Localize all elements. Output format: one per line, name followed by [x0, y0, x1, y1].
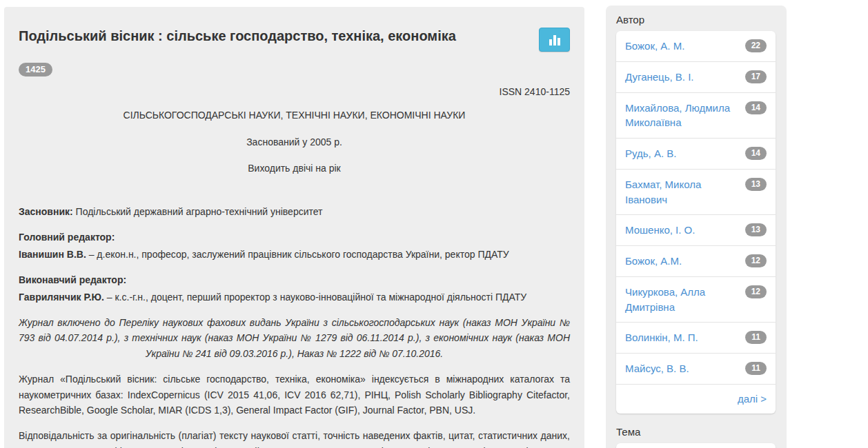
chief-editor-desc: – д.екон.н., професор, заслужений праців…: [86, 249, 509, 260]
author-link[interactable]: Божок, А.М.: [625, 254, 682, 269]
author-count-badge: 14: [745, 147, 767, 160]
indexing-paragraph: Журнал «Подільський вісник: сільське гос…: [19, 371, 570, 418]
bar-chart-icon: [549, 34, 560, 45]
chief-editor-paragraph: Іванишин В.В. – д.екон.н., професор, зас…: [19, 247, 570, 262]
author-more-link[interactable]: далі >: [738, 393, 767, 405]
author-link[interactable]: Дуганець, В. І.: [625, 70, 694, 85]
founded-line: Заснований у 2005 р.: [19, 135, 570, 150]
accreditation-paragraph: Журнал включено до Переліку наукових фах…: [19, 315, 570, 361]
theme-facet-card: сорт 18 продуктивність 13: [616, 443, 776, 448]
exec-editor-paragraph: Гаврилянчик Р.Ю. – к.с.-г.н., доцент, пе…: [19, 289, 570, 305]
statistics-button[interactable]: [539, 28, 570, 52]
author-link[interactable]: Мошенко, І. О.: [625, 223, 695, 238]
journal-subtitle-block: СІЛЬСЬКОГОСПОДАРСЬКІ НАУКИ, ТЕХНІЧНІ НАУ…: [19, 108, 570, 176]
author-count-badge: 17: [745, 70, 767, 83]
responsibility-paragraph: Відповідальність за оригінальність (плаг…: [19, 428, 570, 448]
author-count-badge: 13: [745, 223, 767, 236]
facet-title-theme: Тема: [616, 426, 776, 438]
title-row: Подільський вісник : сільське господарст…: [19, 28, 570, 52]
frequency-line: Виходить двічі на рік: [19, 161, 570, 176]
facets-sidebar: Автор Божок, А. М. 22 Дуганець, В. І. 17…: [606, 6, 787, 448]
exec-editor-desc: – к.с.-г.н., доцент, перший проректор з …: [104, 292, 526, 303]
author-row[interactable]: Божок, А. М. 22: [616, 31, 776, 61]
author-facet-card: Божок, А. М. 22 Дуганець, В. І. 17 Михай…: [616, 31, 776, 414]
author-link[interactable]: Чикуркова, Алла Дмитрівна: [625, 285, 741, 315]
author-link[interactable]: Майсус, В. В.: [625, 361, 689, 376]
author-link[interactable]: Божок, А. М.: [625, 39, 684, 54]
author-row[interactable]: Мошенко, І. О. 13: [616, 214, 776, 245]
founder-value: Подільський державний аграрно-технічний …: [73, 206, 323, 217]
founder-paragraph: Засновник: Подільський державний аграрно…: [19, 204, 570, 219]
author-row[interactable]: Рудь, А. В. 14: [616, 138, 776, 169]
author-row[interactable]: Божок, А.М. 12: [616, 245, 776, 276]
author-more-row[interactable]: далі >: [616, 384, 776, 414]
author-count-badge: 11: [745, 331, 767, 344]
journal-detail-panel: Подільський вісник : сільське господарст…: [4, 7, 584, 448]
journal-description: Засновник: Подільський державний аграрно…: [19, 204, 570, 448]
author-count-badge: 11: [745, 362, 767, 375]
exec-editor-label: Виконавчий редактор:: [19, 272, 570, 287]
author-count-badge: 12: [745, 254, 767, 267]
author-count-badge: 12: [745, 285, 767, 298]
author-row[interactable]: Дуганець, В. І. 17: [616, 61, 776, 92]
author-row[interactable]: Бахмат, Микола Іванович 13: [616, 169, 776, 215]
facet-title-author: Автор: [616, 14, 776, 26]
chief-editor-name: Іванишин В.В.: [19, 249, 86, 260]
chief-editor-label: Головний редактор:: [19, 230, 570, 245]
sciences-line: СІЛЬСЬКОГОСПОДАРСЬКІ НАУКИ, ТЕХНІЧНІ НАУ…: [19, 108, 570, 123]
author-row[interactable]: Майсус, В. В. 11: [616, 353, 776, 384]
page-title: Подільський вісник : сільське господарст…: [19, 28, 456, 44]
founder-label: Засновник:: [19, 206, 73, 217]
theme-row[interactable]: сорт 18: [616, 443, 776, 448]
author-row[interactable]: Волинкін, М. П. 11: [616, 322, 776, 353]
exec-editor-name: Гаврилянчик Р.Ю.: [19, 292, 104, 303]
author-row[interactable]: Михайлова, Людмила Миколаївна 14: [616, 92, 776, 139]
author-link[interactable]: Михайлова, Людмила Миколаївна: [625, 101, 741, 131]
author-link[interactable]: Рудь, А. В.: [625, 146, 676, 161]
author-count-badge: 14: [745, 101, 767, 114]
author-count-badge: 13: [745, 178, 767, 191]
issn-label: ISSN 2410-1125: [19, 86, 570, 97]
records-count-badge: 1425: [19, 63, 52, 77]
author-link[interactable]: Волинкін, М. П.: [625, 330, 698, 345]
author-count-badge: 22: [745, 39, 767, 52]
author-row[interactable]: Чикуркова, Алла Дмитрівна 12: [616, 276, 776, 323]
author-link[interactable]: Бахмат, Микола Іванович: [625, 177, 741, 207]
